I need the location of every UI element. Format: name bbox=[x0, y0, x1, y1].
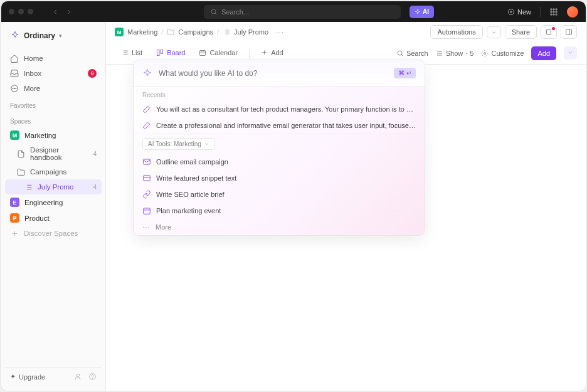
ai-prompt-input[interactable] bbox=[159, 69, 388, 78]
svg-point-7 bbox=[556, 8, 557, 9]
card-icon bbox=[142, 174, 151, 183]
nav-forward[interactable] bbox=[63, 6, 75, 18]
space-product[interactable]: P Product bbox=[5, 210, 102, 226]
notifications-button[interactable] bbox=[541, 25, 557, 39]
sliders-icon bbox=[436, 50, 443, 57]
more-icon[interactable]: ··· bbox=[276, 28, 284, 36]
discover-spaces[interactable]: Discover Spaces bbox=[5, 226, 102, 241]
list-july-promo[interactable]: July Promo 4 bbox=[5, 179, 102, 194]
sidebar: Ordinary ▾ Home Inbox 9 More Favorites S… bbox=[1, 22, 106, 391]
svg-rect-32 bbox=[547, 29, 551, 34]
document-icon bbox=[16, 149, 25, 158]
more-icon bbox=[10, 84, 19, 93]
svg-point-5 bbox=[551, 8, 552, 9]
share-button[interactable]: Share bbox=[505, 25, 537, 39]
show-action[interactable]: Show · 5 bbox=[436, 50, 474, 57]
ai-tools-filter[interactable]: AI Tools: Marketing bbox=[142, 138, 215, 150]
crumb-space[interactable]: Marketing bbox=[127, 28, 157, 36]
calendar-icon bbox=[142, 206, 151, 215]
list-icon bbox=[223, 28, 230, 36]
chevron-down-icon bbox=[204, 141, 209, 147]
nav-more[interactable]: More bbox=[5, 81, 102, 96]
maximize-window[interactable] bbox=[28, 9, 33, 14]
search-icon bbox=[210, 8, 218, 16]
apps-icon[interactable] bbox=[549, 8, 558, 16]
traffic-lights bbox=[9, 9, 33, 14]
panel-toggle[interactable] bbox=[561, 25, 577, 39]
sparkle-icon bbox=[415, 9, 421, 15]
doc-designer-handbook[interactable]: Designer handbook 4 bbox=[5, 143, 102, 164]
ai-tool-item[interactable]: Outline email campaign bbox=[134, 154, 425, 170]
svg-point-9 bbox=[553, 11, 554, 12]
board-icon bbox=[156, 49, 164, 56]
inbox-icon bbox=[10, 69, 19, 78]
ai-body: Recents You will act as a consultant for… bbox=[134, 87, 425, 235]
nav-back[interactable] bbox=[50, 6, 61, 18]
ai-button[interactable]: AI bbox=[410, 6, 434, 18]
crumb-folder[interactable]: Campaigns bbox=[178, 28, 213, 36]
inbox-badge: 9 bbox=[88, 69, 97, 78]
user-avatar[interactable] bbox=[567, 6, 578, 18]
close-window[interactable] bbox=[9, 9, 14, 14]
header-actions: Automations Share bbox=[430, 25, 577, 39]
space-badge: E bbox=[10, 198, 19, 207]
body: Ordinary ▾ Home Inbox 9 More Favorites S… bbox=[1, 22, 586, 391]
shortcut-badge: ⌘ ↵ bbox=[394, 68, 416, 78]
ai-popup: ⌘ ↵ Recents You will act as a consultant… bbox=[133, 60, 425, 236]
svg-point-13 bbox=[556, 13, 557, 14]
nav-home[interactable]: Home bbox=[5, 51, 102, 66]
space-marketing[interactable]: M Marketing bbox=[5, 127, 102, 143]
help-icon[interactable] bbox=[88, 373, 97, 381]
search-icon bbox=[396, 50, 404, 57]
plus-icon bbox=[10, 229, 19, 238]
ai-recent-item[interactable]: Create a professional and informative em… bbox=[134, 117, 425, 134]
list-icon bbox=[121, 49, 129, 56]
ai-tool-item[interactable]: Write SEO article brief bbox=[134, 186, 425, 203]
customize-action[interactable]: Customize bbox=[481, 50, 524, 57]
ai-tool-item[interactable]: Write featured snippet text bbox=[134, 170, 425, 186]
svg-point-0 bbox=[211, 9, 216, 14]
svg-rect-56 bbox=[144, 176, 151, 181]
workspace-switcher[interactable]: Ordinary ▾ bbox=[5, 27, 102, 45]
svg-point-26 bbox=[77, 374, 79, 376]
new-button[interactable]: New bbox=[507, 8, 531, 16]
workspace-icon bbox=[10, 31, 20, 41]
favorites-label: Favorites bbox=[5, 96, 102, 112]
svg-point-8 bbox=[551, 11, 552, 12]
automations-dropdown[interactable] bbox=[487, 26, 501, 38]
plus-icon bbox=[261, 49, 268, 56]
chevron-down-icon: ▾ bbox=[59, 33, 62, 39]
search-placeholder: Search... bbox=[221, 8, 249, 16]
space-badge: P bbox=[10, 213, 19, 223]
view-actions: Search Show · 5 Customize Add bbox=[396, 46, 577, 60]
minimize-window[interactable] bbox=[18, 9, 24, 14]
breadcrumb: M Marketing / Campaigns / July Promo ···… bbox=[106, 22, 586, 42]
crumb-list[interactable]: July Promo bbox=[234, 28, 268, 36]
global-search[interactable]: Search... bbox=[204, 5, 401, 19]
add-task-dropdown[interactable] bbox=[564, 46, 577, 60]
sparkle-icon bbox=[142, 68, 152, 78]
folder-campaigns[interactable]: Campaigns bbox=[5, 164, 102, 179]
home-icon bbox=[10, 54, 19, 63]
main-content: M Marketing / Campaigns / July Promo ···… bbox=[106, 22, 586, 391]
ai-recent-item[interactable]: You will act as a consultant for tech pr… bbox=[134, 101, 425, 117]
app-window: Search... AI New Ordinary ▾ bbox=[1, 1, 586, 391]
upgrade-button[interactable]: ✦ Upgrade bbox=[10, 373, 45, 381]
automations-button[interactable]: Automations bbox=[430, 25, 482, 39]
ai-more[interactable]: ··· More bbox=[134, 219, 425, 235]
svg-line-50 bbox=[401, 55, 403, 56]
ai-tool-item[interactable]: Plan marketing event bbox=[134, 203, 425, 219]
svg-point-16 bbox=[14, 88, 14, 88]
mail-icon bbox=[142, 157, 151, 166]
link-icon bbox=[142, 190, 151, 199]
search-action[interactable]: Search bbox=[396, 50, 428, 57]
person-icon[interactable] bbox=[74, 373, 82, 381]
ai-input-row: ⌘ ↵ bbox=[134, 60, 425, 87]
nav-inbox[interactable]: Inbox 9 bbox=[5, 66, 102, 81]
svg-point-54 bbox=[484, 52, 486, 54]
gear-icon bbox=[481, 50, 489, 57]
space-engineering[interactable]: E Engineering bbox=[5, 194, 102, 210]
titlebar-right: New bbox=[507, 6, 578, 18]
svg-rect-58 bbox=[144, 208, 151, 214]
add-task-button[interactable]: Add bbox=[531, 46, 556, 60]
